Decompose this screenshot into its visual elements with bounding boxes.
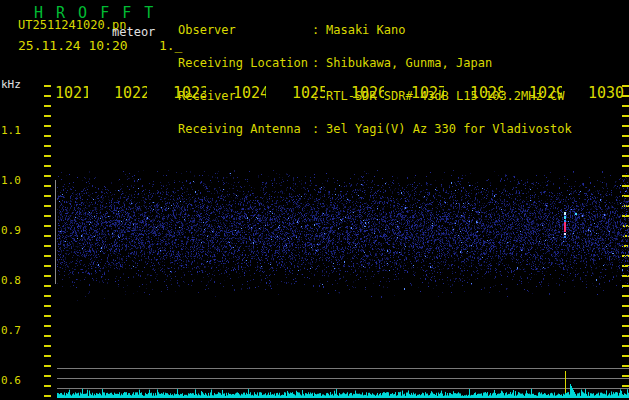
freq-minor-tick [44,255,51,257]
freq-minor-tick [622,355,629,357]
time-tick-label: 1025 [292,84,325,99]
echo-segment [564,212,566,215]
freq-minor-tick [622,115,629,117]
freq-minor-tick [44,105,51,107]
freq-minor-tick [44,305,51,307]
level-grid-line [57,378,629,379]
freq-minor-tick [44,175,51,177]
noise-band-edge-line [55,180,56,284]
time-tick-label: 1027 [411,84,444,99]
freq-minor-tick [44,295,51,297]
freq-tick-label: 1.0 [1,174,41,187]
freq-minor-tick [622,145,629,147]
freq-tick-label: 0.6 [1,374,41,387]
time-tick-label: 1029 [529,84,562,99]
freq-minor-tick [44,365,51,367]
output-filename: UT2511241020.pn [18,18,126,32]
freq-minor-tick [622,345,629,347]
freq-minor-tick [44,345,51,347]
info-value: 3el Yagi(V) Az 330 for Vladivostok [326,124,572,135]
meteor-label: meteor [112,25,155,39]
freq-minor-tick [44,125,51,127]
info-separator: : [312,25,326,36]
freq-minor-tick [44,285,51,287]
freq-minor-tick [622,335,629,337]
freq-minor-tick [622,315,629,317]
info-label: Receiving Location [178,58,312,69]
freq-minor-tick [44,155,51,157]
freq-minor-tick [44,275,51,277]
freq-minor-tick [622,85,629,87]
time-tick-label: 1022 [114,84,147,99]
echo-segment [564,236,566,238]
freq-minor-tick [44,215,51,217]
hrofft-window: H R O F F T UT2511241020.pn meteor 25.11… [0,0,629,400]
echo-segment [564,233,566,235]
freq-minor-tick [622,125,629,127]
freq-minor-tick [44,315,51,317]
freq-minor-tick [44,185,51,187]
freq-minor-tick [44,95,51,97]
freq-minor-tick [44,245,51,247]
freq-minor-tick [622,95,629,97]
freq-minor-tick [44,195,51,197]
freq-minor-tick [44,395,51,397]
spectrogram-noise-band [57,168,629,303]
datetime-value: 25.11.24 10:20 [18,38,128,53]
info-value: Shibukawa, Gunma, Japan [326,58,492,69]
info-label: Receiving Antenna [178,124,312,135]
station-info-block: Observer:Masaki Kano Receiving Location:… [178,3,572,157]
freq-minor-tick [44,85,51,87]
freq-tick-label: 0.7 [1,324,41,337]
freq-minor-tick [622,365,629,367]
info-row-observer: Observer:Masaki Kano [178,25,572,36]
time-tick-label: 1024 [233,84,266,99]
freq-minor-tick [44,135,51,137]
level-grid-line [57,368,629,369]
time-tick-label: 1028 [470,84,503,99]
freq-minor-tick [622,305,629,307]
echo-segment [564,222,566,232]
datetime-line: 25.11.24 10:20 1._ [18,38,182,53]
freq-minor-tick [44,385,51,387]
freq-minor-tick [622,155,629,157]
freq-minor-tick [44,145,51,147]
info-row-location: Receiving Location:Shibukawa, Gunma, Jap… [178,58,572,69]
echo-segment [564,216,566,219]
freq-axis-unit: kHz [1,78,21,91]
freq-minor-tick [622,165,629,167]
freq-minor-tick [44,115,51,117]
freq-minor-tick [44,355,51,357]
info-value: Masaki Kano [326,25,405,36]
freq-minor-tick [622,325,629,327]
time-tick-label: 1026 [351,84,384,99]
freq-minor-tick [44,335,51,337]
time-tick-label: 1021 [55,84,88,99]
freq-minor-tick [44,165,51,167]
freq-minor-tick [44,235,51,237]
freq-tick-label: 0.8 [1,274,41,287]
freq-minor-tick [44,325,51,327]
freq-minor-tick [44,265,51,267]
freq-minor-tick [44,225,51,227]
echo-side-dot [575,213,577,215]
freq-minor-tick [622,105,629,107]
info-separator: : [312,58,326,69]
info-label: Observer [178,25,312,36]
freq-minor-tick [622,375,629,377]
info-row-antenna: Receiving Antenna:3el Yagi(V) Az 330 for… [178,124,572,135]
signal-level-waveform [57,382,629,398]
info-separator: : [312,124,326,135]
freq-minor-tick [44,375,51,377]
freq-tick-label: 0.9 [1,224,41,237]
freq-minor-tick [622,135,629,137]
time-tick-label: 1023 [173,84,206,99]
freq-minor-tick [44,205,51,207]
freq-tick-label: 1.1 [1,124,41,137]
